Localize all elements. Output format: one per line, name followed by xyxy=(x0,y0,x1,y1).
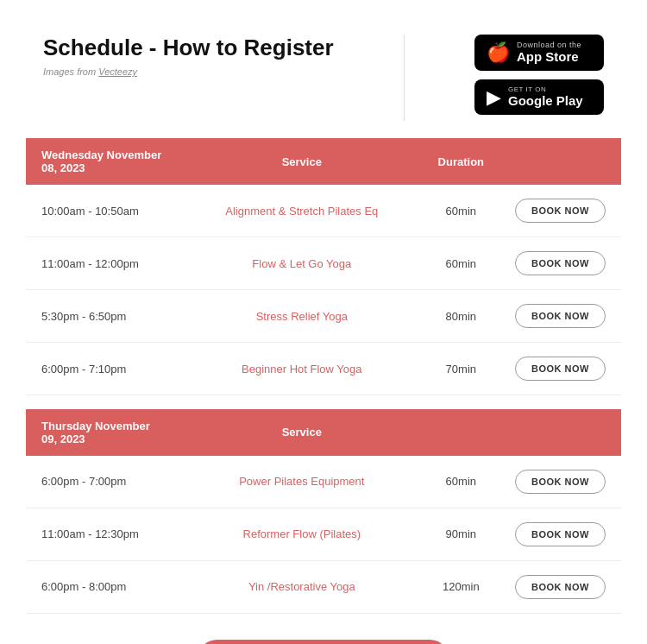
class-row-thursday-2: 6:00pm - 8:00pm Yin /Restorative Yoga 12… xyxy=(26,560,621,613)
class-name: Alignment & Stretch Pilates Eq xyxy=(181,185,423,237)
class-time: 5:30pm - 6:50pm xyxy=(26,290,181,343)
class-duration: 60min xyxy=(423,185,499,237)
book-now-button[interactable]: BOOK NOW xyxy=(515,357,606,381)
class-time: 6:00pm - 8:00pm xyxy=(26,560,181,613)
app-store-bottom-line: App Store xyxy=(517,49,581,65)
choose-membership-button[interactable]: CHOOSE A MEMBERSHIP xyxy=(197,640,450,645)
google-play-badge[interactable]: ▶ GET IT ON Google Play xyxy=(474,79,604,115)
book-cell: BOOK NOW xyxy=(499,343,621,395)
day-date-thursday: Thursday November 09, 2023 xyxy=(26,409,181,456)
day-header-wednesday: Wednesday November 08, 2023 Service Dura… xyxy=(26,138,621,185)
book-cell: BOOK NOW xyxy=(499,185,621,237)
book-cell: BOOK NOW xyxy=(499,456,621,508)
book-now-button[interactable]: BOOK NOW xyxy=(515,199,606,223)
spacer-row xyxy=(26,395,621,409)
book-cell: BOOK NOW xyxy=(499,290,621,343)
header-left: Schedule - How to Register Images from V… xyxy=(43,35,334,77)
schedule-table: Wednesday November 08, 2023 Service Dura… xyxy=(26,138,621,614)
google-play-top-line: GET IT ON xyxy=(508,85,583,93)
class-time: 6:00pm - 7:00pm xyxy=(26,456,181,508)
class-time: 10:00am - 10:50am xyxy=(26,185,181,237)
page-header: Schedule - How to Register Images from V… xyxy=(0,0,647,138)
book-cell: BOOK NOW xyxy=(499,508,621,560)
class-name: Flow & Let Go Yoga xyxy=(181,237,423,290)
book-now-button[interactable]: BOOK NOW xyxy=(515,522,606,546)
duration-header-thursday xyxy=(423,409,499,456)
class-name: Stress Relief Yoga xyxy=(181,290,423,343)
page-title: Schedule - How to Register xyxy=(43,35,334,61)
app-store-top-line: Download on the xyxy=(517,41,581,49)
book-now-button[interactable]: BOOK NOW xyxy=(515,575,606,599)
google-play-bottom-line: Google Play xyxy=(508,93,583,109)
class-name: Reformer Flow (Pilates) xyxy=(181,508,423,560)
attribution-link[interactable]: Vecteezy xyxy=(98,66,137,77)
day-date-wednesday: Wednesday November 08, 2023 xyxy=(26,138,181,185)
book-now-button[interactable]: BOOK NOW xyxy=(515,470,606,494)
app-store-badges: 🍎 Download on the App Store ▶ GET IT ON … xyxy=(474,35,604,115)
cta-section: CHOOSE A MEMBERSHIP xyxy=(26,640,621,645)
class-time: 11:00am - 12:00pm xyxy=(26,237,181,290)
class-duration: 80min xyxy=(423,290,499,343)
apple-icon: 🍎 xyxy=(487,41,510,64)
class-row-wednesday-2: 5:30pm - 6:50pm Stress Relief Yoga 80min… xyxy=(26,290,621,343)
class-time: 6:00pm - 7:10pm xyxy=(26,343,181,395)
class-duration: 90min xyxy=(423,508,499,560)
vertical-divider xyxy=(404,35,405,121)
book-now-button[interactable]: BOOK NOW xyxy=(515,251,606,275)
book-now-button[interactable]: BOOK NOW xyxy=(515,304,606,328)
class-row-thursday-1: 11:00am - 12:30pm Reformer Flow (Pilates… xyxy=(26,508,621,560)
attribution: Images from Vecteezy xyxy=(43,66,334,77)
class-row-thursday-0: 6:00pm - 7:00pm Power Pilates Equipment … xyxy=(26,456,621,508)
class-time: 11:00am - 12:30pm xyxy=(26,508,181,560)
app-store-badge[interactable]: 🍎 Download on the App Store xyxy=(474,35,604,71)
google-play-icon: ▶ xyxy=(487,86,501,109)
class-duration: 70min xyxy=(423,343,499,395)
class-row-wednesday-0: 10:00am - 10:50am Alignment & Stretch Pi… xyxy=(26,185,621,237)
class-row-wednesday-1: 11:00am - 12:00pm Flow & Let Go Yoga 60m… xyxy=(26,237,621,290)
class-name: Power Pilates Equipment xyxy=(181,456,423,508)
class-name: Beginner Hot Flow Yoga xyxy=(181,343,423,395)
duration-header-wednesday: Duration xyxy=(423,138,499,185)
class-duration: 120min xyxy=(423,560,499,613)
class-duration: 60min xyxy=(423,237,499,290)
class-duration: 60min xyxy=(423,456,499,508)
service-header-wednesday: Service xyxy=(181,138,423,185)
book-cell: BOOK NOW xyxy=(499,560,621,613)
service-header-thursday: Service xyxy=(181,409,423,456)
day-header-thursday: Thursday November 09, 2023 Service xyxy=(26,409,621,456)
class-row-wednesday-3: 6:00pm - 7:10pm Beginner Hot Flow Yoga 7… xyxy=(26,343,621,395)
main-content: Wednesday November 08, 2023 Service Dura… xyxy=(0,138,647,644)
book-cell: BOOK NOW xyxy=(499,237,621,290)
class-name: Yin /Restorative Yoga xyxy=(181,560,423,613)
